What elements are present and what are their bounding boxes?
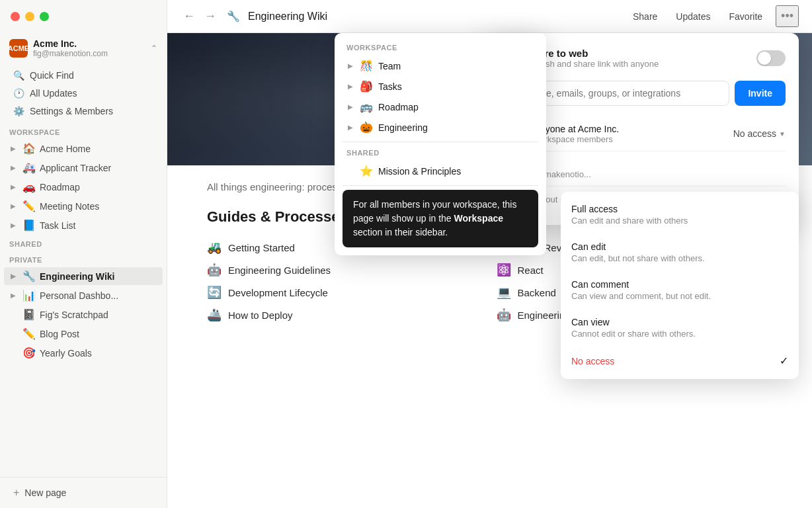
expand-arrow-icon: ▶ xyxy=(348,103,354,110)
workspace-logo: ACME xyxy=(9,39,28,58)
more-button[interactable]: ••• xyxy=(776,5,799,27)
popup-item-mission[interactable]: ▶ ⭐ Mission & Principles xyxy=(343,161,538,181)
popup-item-tasks[interactable]: ▶ 🎒 Tasks xyxy=(343,76,538,97)
backend-emoji: 💻 xyxy=(497,285,511,300)
nav-arrows: ← → xyxy=(181,8,219,24)
page-header: ← → 🔧 Engineering Wiki Share Updates Fav… xyxy=(167,0,812,33)
roadmap-popup-label: Roadmap xyxy=(378,102,419,112)
sidebar-item-task-list[interactable]: ▶ 📘 Task List xyxy=(4,216,163,234)
updates-button[interactable]: Updates xyxy=(670,9,715,24)
workspace-email: fig@makenotion.com xyxy=(33,49,145,58)
engineering-directory-emoji: 🤖 xyxy=(497,308,511,322)
settings-label: Settings & Members xyxy=(30,106,113,116)
forward-button[interactable]: → xyxy=(202,8,219,24)
dropdown-item-full-access[interactable]: Full access Can edit and share with othe… xyxy=(561,196,799,233)
engineering-emoji: 🎃 xyxy=(360,121,373,134)
maximize-button[interactable] xyxy=(40,12,49,21)
no-access-info: No access xyxy=(571,356,614,366)
getting-started-label: Getting Started xyxy=(228,242,295,253)
list-item[interactable]: 🔄 Development Lifecycle xyxy=(207,281,483,304)
workspace-info: Acme Inc. fig@makenotion.com xyxy=(33,38,145,58)
list-item[interactable]: 🤖 Engineering Guidelines xyxy=(207,259,483,281)
favorite-button[interactable]: Favorite xyxy=(724,9,768,24)
invite-button[interactable]: Invite xyxy=(735,81,786,106)
expand-arrow-icon: ▶ xyxy=(11,164,19,171)
roadmap-label: Roadmap xyxy=(40,182,80,192)
fig-email: fig@makenotio... xyxy=(526,169,786,179)
how-to-deploy-label: How to Deploy xyxy=(228,310,293,321)
sidebar-item-quick-find[interactable]: 🔍 Quick Find xyxy=(4,67,163,84)
sidebar-item-meeting-notes[interactable]: ▶ ✏️ Meeting Notes xyxy=(4,197,163,215)
sidebar-item-engineering-wiki[interactable]: ▶ 🔧 Engineering Wiki xyxy=(4,267,163,285)
sidebar-item-settings[interactable]: ⚙️ Settings & Members xyxy=(4,103,163,120)
workspace-header[interactable]: ACME Acme Inc. fig@makenotion.com ⌃ xyxy=(0,33,167,64)
everyone-sub: 8 workspace members xyxy=(526,134,725,144)
checkmark-icon: ✓ xyxy=(780,355,788,367)
page-title: Engineering Wiki xyxy=(248,11,327,22)
figs-scratchpad-label: Fig's Scratchpad xyxy=(40,310,108,320)
share-button[interactable]: Share xyxy=(628,9,663,24)
sidebar-item-acme-home[interactable]: ▶ 🏠 Acme Home xyxy=(4,140,163,157)
popup-item-engineering[interactable]: ▶ 🎃 Engineering xyxy=(343,117,538,138)
expand-arrow-icon: ▶ xyxy=(11,183,19,190)
workspace-section-label: WORKSPACE xyxy=(0,123,167,139)
can-edit-subtitle: Can edit, but not share with others. xyxy=(571,253,788,263)
meeting-notes-label: Meeting Notes xyxy=(40,201,99,212)
list-item[interactable]: 🚢 How to Deploy xyxy=(207,304,483,326)
sidebar-item-figs-scratchpad[interactable]: ▶ 📓 Fig's Scratchpad xyxy=(4,306,163,323)
gear-icon: ⚙️ xyxy=(13,106,24,116)
mission-emoji: ⭐ xyxy=(360,165,373,177)
expand-arrow-icon: ▶ xyxy=(348,124,354,131)
backend-label: Backend xyxy=(518,287,556,298)
engineering-popup-label: Engineering xyxy=(378,122,428,133)
close-button[interactable] xyxy=(11,12,20,21)
engineering-guidelines-label: Engineering Guidelines xyxy=(228,265,331,276)
search-icon: 🔍 xyxy=(13,70,24,81)
everyone-access-dropdown[interactable]: No access ▼ xyxy=(733,128,786,139)
minimize-button[interactable] xyxy=(25,12,34,21)
sidebar-item-personal-dashboard[interactable]: ▶ 📊 Personal Dashbo... xyxy=(4,286,163,304)
workspace-tooltip: For all members in your workspace, this … xyxy=(343,190,538,247)
dropdown-item-can-comment[interactable]: Can comment Can view and comment, but no… xyxy=(561,271,799,309)
no-access-title: No access xyxy=(571,356,614,366)
toggle-knob xyxy=(758,52,771,65)
sidebar-item-blog-post[interactable]: ▶ ✏️ Blog Post xyxy=(4,325,163,343)
new-page-button[interactable]: + New page xyxy=(4,482,163,504)
react-label: React xyxy=(518,265,544,276)
full-access-subtitle: Can edit and share with others xyxy=(571,216,788,226)
dropdown-item-no-access[interactable]: No access ✓ xyxy=(561,347,799,375)
all-updates-label: All Updates xyxy=(30,88,77,99)
dropdown-item-can-edit[interactable]: Can edit Can edit, but not share with ot… xyxy=(561,233,799,271)
sidebar-item-yearly-goals[interactable]: ▶ 🎯 Yearly Goals xyxy=(4,344,163,362)
can-comment-title: Can comment xyxy=(571,279,788,290)
dev-lifecycle-label: Development Lifecycle xyxy=(228,287,328,298)
sidebar-nav: 🔍 Quick Find 🕐 All Updates ⚙️ Settings &… xyxy=(0,64,167,123)
everyone-access-label: No access xyxy=(733,128,776,139)
everyone-name: Everyone at Acme Inc. xyxy=(526,124,725,134)
workspace-popup: WORKSPACE ▶ 🎊 Team ▶ 🎒 Tasks ▶ 🚌 Roadmap… xyxy=(335,33,546,255)
traffic-lights xyxy=(11,12,49,21)
workspace-chevron-icon: ⌃ xyxy=(151,44,157,53)
sidebar-item-applicant-tracker[interactable]: ▶ 🚑 Applicant Tracker xyxy=(4,159,163,177)
share-to-web-subtitle: Publish and share link with anyone xyxy=(526,59,749,69)
tasks-label: Tasks xyxy=(378,81,402,92)
share-to-web-title: Share to web xyxy=(526,48,749,59)
can-view-subtitle: Cannot edit or share with others. xyxy=(571,329,788,339)
sidebar-item-roadmap[interactable]: ▶ 🚗 Roadmap xyxy=(4,178,163,196)
dev-lifecycle-emoji: 🔄 xyxy=(207,285,222,300)
everyone-info: Everyone at Acme Inc. 8 workspace member… xyxy=(526,124,725,144)
share-toggle[interactable] xyxy=(756,50,786,66)
mission-label: Mission & Principles xyxy=(378,166,461,177)
acme-home-emoji: 🏠 xyxy=(22,142,36,155)
expand-arrow-icon: ▶ xyxy=(11,292,19,299)
popup-item-team[interactable]: ▶ 🎊 Team xyxy=(343,56,538,76)
shared-section-label: SHARED xyxy=(0,235,167,251)
dropdown-item-can-view[interactable]: Can view Cannot edit or share with other… xyxy=(561,309,799,347)
clock-icon: 🕐 xyxy=(13,88,24,99)
popup-shared-label: SHARED xyxy=(343,146,538,161)
task-list-label: Task List xyxy=(40,220,75,231)
popup-item-roadmap[interactable]: ▶ 🚌 Roadmap xyxy=(343,97,538,117)
back-button[interactable]: ← xyxy=(181,8,198,24)
sidebar-item-all-updates[interactable]: 🕐 All Updates xyxy=(4,85,163,102)
roadmap-popup-emoji: 🚌 xyxy=(360,101,373,113)
